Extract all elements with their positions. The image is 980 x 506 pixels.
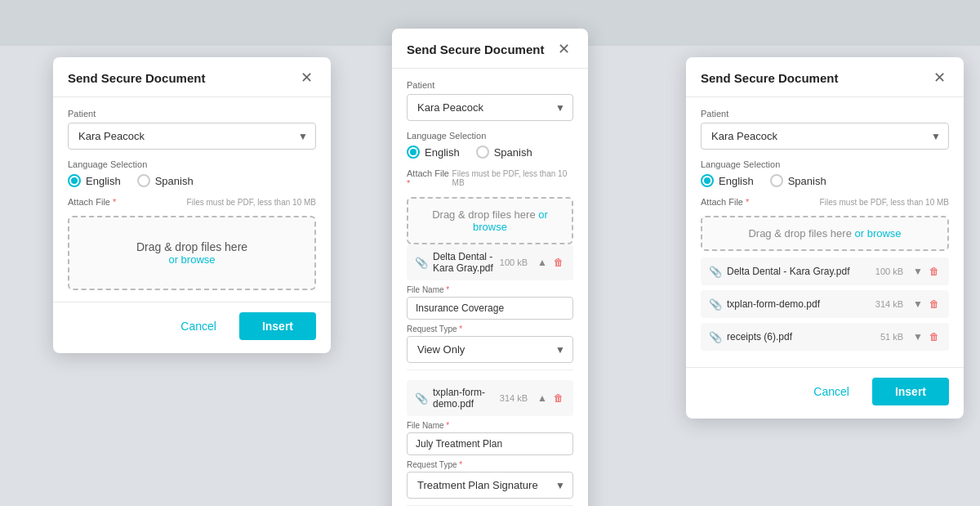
language-section-left: Language Selection English Spanish [68, 159, 316, 187]
modal-right: Send Secure Document ✕ Patient Kara Peac… [686, 57, 964, 419]
modal-left: Send Secure Document ✕ Patient Kara Peac… [53, 57, 331, 353]
cancel-button-right[interactable]: Cancel [800, 378, 862, 405]
file-actions-0: ▲ 🗑 [536, 255, 565, 270]
english-option-right[interactable]: English [701, 174, 754, 187]
cancel-button-left[interactable]: Cancel [167, 312, 229, 340]
language-label-left: Language Selection [68, 159, 316, 169]
file-name-0: Delta Dental - Kara Gray.pdf [433, 251, 495, 274]
spanish-label-right: Spanish [788, 175, 826, 187]
file-size-right-2: 51 kB [880, 332, 903, 342]
drag-text-left: Drag & drop files here [82, 240, 301, 253]
modal-body-right: Patient Kara Peacock ▼ Language Selectio… [686, 97, 964, 367]
spanish-radio-center[interactable] [476, 146, 489, 159]
spanish-option-center[interactable]: Spanish [476, 146, 532, 159]
file-actions-right-2: ▼ 🗑 [911, 329, 941, 344]
modal-header-center: Send Secure Document ✕ [392, 29, 588, 69]
file-actions-right-0: ▼ 🗑 [911, 264, 941, 279]
patient-label-center: Patient [407, 80, 573, 90]
drop-zone-right[interactable]: Drag & drop files here or browse [701, 216, 949, 251]
spanish-radio-left[interactable] [137, 174, 150, 187]
spanish-option-left[interactable]: Spanish [137, 174, 194, 187]
file-name-right-1: txplan-form-demo.pdf [727, 298, 871, 310]
attach-header-center: Attach File Files must be PDF, less than… [407, 168, 573, 192]
patient-select-left[interactable]: Kara Peacock [68, 123, 316, 150]
insert-button-right[interactable]: Insert [872, 378, 949, 405]
attach-label-left: Attach File [68, 197, 116, 207]
modal-footer-right: Cancel Insert [686, 367, 964, 419]
language-label-right: Language Selection [701, 159, 949, 169]
request-type-wrapper-1: View Only Treatment Plan Signature ▼ [407, 472, 573, 499]
file-item-right-1: 📎 txplan-form-demo.pdf 314 kB ▼ 🗑 [701, 290, 949, 318]
file-expand-right-1[interactable]: ▼ [911, 297, 924, 311]
file-expand-right-0[interactable]: ▼ [911, 264, 924, 279]
file-delete-right-2[interactable]: 🗑 [928, 329, 941, 344]
file-block-0: 📎 Delta Dental - Kara Gray.pdf 100 kB ▲ … [407, 244, 573, 370]
attach-section-right: Attach File Files must be PDF, less than… [701, 197, 949, 351]
paperclip-icon-0: 📎 [415, 257, 428, 269]
english-radio-center[interactable] [407, 146, 420, 159]
spanish-label-center: Spanish [494, 146, 532, 159]
modal-title-right: Send Secure Document [701, 71, 838, 85]
insert-button-left[interactable]: Insert [239, 312, 316, 340]
file-expand-0[interactable]: ▲ [536, 255, 549, 270]
radio-group-right: English Spanish [701, 174, 949, 187]
attach-hint-left: Files must be PDF, less than 10 MB [187, 198, 316, 207]
modal-center: Send Secure Document ✕ Patient Kara Peac… [392, 29, 588, 506]
file-delete-right-0[interactable]: 🗑 [928, 264, 941, 279]
paperclip-icon-right-2: 📎 [709, 331, 722, 343]
spanish-radio-right[interactable] [770, 174, 783, 187]
english-radio-right[interactable] [701, 174, 714, 187]
request-type-select-1[interactable]: View Only Treatment Plan Signature [407, 472, 573, 499]
paperclip-icon-right-0: 📎 [709, 266, 722, 278]
request-type-label-1: Request Type [407, 460, 573, 469]
file-item-right-0: 📎 Delta Dental - Kara Gray.pdf 100 kB ▼ … [701, 257, 949, 285]
file-block-1: 📎 txplan-form-demo.pdf 314 kB ▲ 🗑 File N… [407, 380, 573, 506]
modal-body-center: Patient Kara Peacock ▼ Language Selectio… [392, 69, 588, 506]
file-expand-right-2[interactable]: ▼ [911, 329, 924, 344]
spanish-option-right[interactable]: Spanish [770, 174, 826, 187]
file-delete-1[interactable]: 🗑 [552, 391, 565, 405]
patient-section-center: Patient Kara Peacock ▼ [407, 80, 573, 121]
radio-group-left: English Spanish [68, 174, 316, 187]
close-button-center[interactable]: ✕ [555, 40, 573, 58]
patient-section-right: Patient Kara Peacock ▼ [701, 109, 949, 150]
patient-select-center[interactable]: Kara Peacock [407, 94, 573, 121]
file-expand-1[interactable]: ▲ [536, 391, 549, 405]
paperclip-icon-right-1: 📎 [709, 298, 722, 311]
file-size-right-0: 100 kB [875, 266, 903, 276]
file-name-input-1[interactable] [407, 432, 573, 455]
english-label-center: English [425, 146, 460, 159]
attach-label-right: Attach File [701, 197, 749, 207]
modal-body-left: Patient Kara Peacock ▼ Language Selectio… [53, 97, 331, 302]
drop-zone-left[interactable]: Drag & drop files here or browse [68, 216, 316, 290]
browse-link-right[interactable]: or browse [855, 227, 902, 240]
file-name-input-0[interactable] [407, 297, 573, 320]
language-section-right: Language Selection English Spanish [701, 159, 949, 187]
file-actions-right-1: ▼ 🗑 [911, 297, 941, 311]
english-option-center[interactable]: English [407, 146, 460, 159]
attach-hint-center: Files must be PDF, less than 10 MB [452, 169, 573, 187]
english-label-left: English [86, 175, 121, 187]
english-option-left[interactable]: English [68, 174, 121, 187]
modal-footer-left: Cancel Insert [53, 302, 331, 353]
modal-header-left: Send Secure Document ✕ [53, 57, 331, 97]
file-name-label-1: File Name [407, 421, 573, 430]
close-button-left[interactable]: ✕ [297, 69, 316, 87]
file-item-0: 📎 Delta Dental - Kara Gray.pdf 100 kB ▲ … [407, 244, 573, 280]
attach-section-left: Attach File Files must be PDF, less than… [68, 197, 316, 290]
close-button-right[interactable]: ✕ [930, 69, 949, 87]
drop-zone-center[interactable]: Drag & drop files here or browse [407, 197, 573, 244]
drag-text-right: Drag & drop files here [748, 227, 851, 240]
language-label-center: Language Selection [407, 131, 573, 141]
english-radio-left[interactable] [68, 174, 81, 187]
file-size-1: 314 kB [500, 393, 528, 403]
browse-link-left[interactable]: or browse [168, 253, 215, 266]
file-name-right-0: Delta Dental - Kara Gray.pdf [727, 266, 871, 277]
file-delete-right-1[interactable]: 🗑 [928, 297, 941, 311]
patient-select-wrapper-right: Kara Peacock ▼ [701, 123, 949, 150]
file-delete-0[interactable]: 🗑 [552, 255, 565, 270]
request-type-select-0[interactable]: View Only Treatment Plan Signature [407, 336, 573, 363]
file-item-right-2: 📎 receipts (6).pdf 51 kB ▼ 🗑 [701, 323, 949, 351]
english-label-right: English [719, 175, 754, 187]
patient-select-right[interactable]: Kara Peacock [701, 123, 949, 150]
